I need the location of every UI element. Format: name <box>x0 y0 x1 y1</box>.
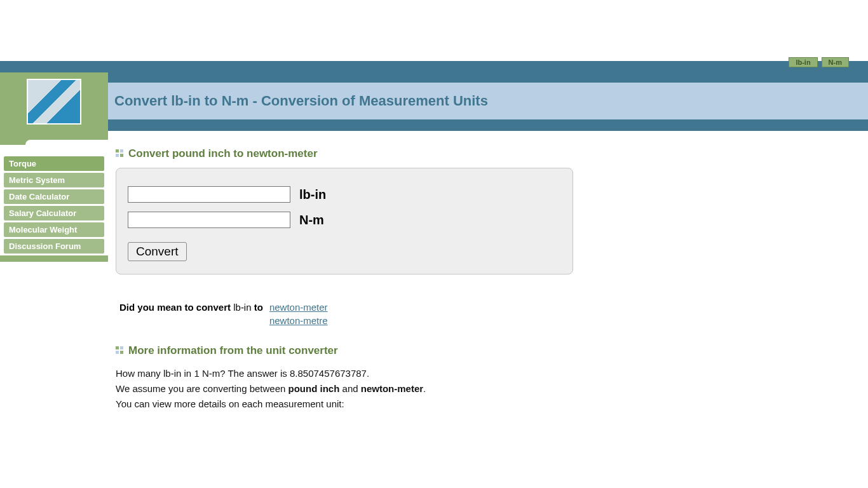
info-line-2: We assume you are converting between pou… <box>116 381 599 396</box>
ruler-logo-icon <box>27 79 81 125</box>
suggestion-block: Did you mean to convert lb-in to newton-… <box>116 300 599 328</box>
sidebar-item-date-calculator[interactable]: Date Calculator <box>4 189 104 204</box>
section-title-convert: Convert pound inch to newton-meter <box>128 147 318 160</box>
convert-box: lb-in N-m Convert <box>116 168 573 274</box>
top-tab-n-m[interactable]: N-m <box>822 57 849 67</box>
info-line-1: How many lb-in in 1 N-m? The answer is 8… <box>116 366 599 381</box>
info-body: How many lb-in in 1 N-m? The answer is 8… <box>116 366 599 412</box>
sidebar-item-metric-system[interactable]: Metric System <box>4 173 104 187</box>
suggest-from: lb-in <box>233 302 251 313</box>
sidebar-item-salary-calculator[interactable]: Salary Calculator <box>4 206 104 220</box>
unit-label-n-m: N-m <box>299 213 324 227</box>
suggest-prefix: Did you mean to convert <box>119 302 231 313</box>
top-tab-lb-in[interactable]: lb-in <box>789 57 817 67</box>
page-title: Convert lb-in to N-m - Conversion of Mea… <box>114 93 488 109</box>
suggest-link-newton-meter[interactable]: newton-meter <box>269 302 328 313</box>
input-lb-in[interactable] <box>128 186 290 203</box>
sidebar-item-torque[interactable]: Torque <box>4 156 104 171</box>
unit-label-lb-in: lb-in <box>299 187 326 202</box>
sidebar-item-discussion-forum[interactable]: Discussion Forum <box>4 239 104 254</box>
input-n-m[interactable] <box>128 212 290 228</box>
sidebar-item-molecular-weight[interactable]: Molecular Weight <box>4 222 104 237</box>
squares-icon <box>116 346 125 355</box>
squares-icon <box>116 149 125 158</box>
suggest-to: to <box>254 302 263 313</box>
section-title-info: More information from the unit converter <box>128 344 338 357</box>
logo-cell <box>0 72 108 131</box>
top-bar: lb-in N-m <box>0 61 868 72</box>
convert-button[interactable]: Convert <box>128 242 187 261</box>
info-line-3: You can view more details on each measur… <box>116 396 599 412</box>
suggest-link-newton-metre[interactable]: newton-metre <box>269 315 328 326</box>
sidebar-nav: Torque Metric System Date Calculator Sal… <box>0 145 108 254</box>
